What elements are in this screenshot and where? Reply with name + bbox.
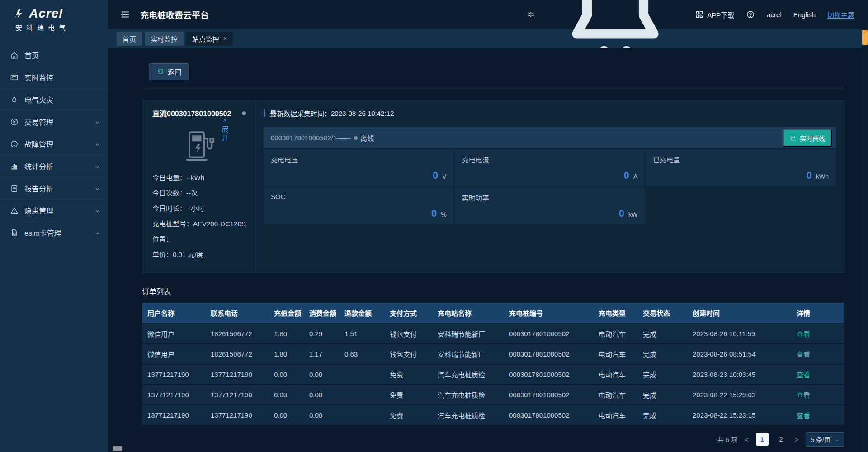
line-chart-icon	[790, 134, 797, 141]
table-row: 微信用户 18261506772 1.80 0.29 1.51 钱包支付 安科瑞…	[142, 324, 844, 344]
expand-panel-strip[interactable]: > 展开	[220, 117, 229, 143]
page-size-select[interactable]: 5 条/页	[806, 432, 844, 447]
sidebar-item-hazard-management[interactable]: 隐患管理	[0, 200, 108, 222]
monitor-area: 最新数据采集时间： 2023-08-26 10:42:12 0003017801…	[255, 100, 844, 272]
page-button-2[interactable]: 2	[775, 433, 788, 446]
collect-time-value: 2023-08-26 10:42:12	[331, 109, 394, 117]
content-area: 返回 直流0003017801000502	[108, 48, 868, 452]
metric-unit: V	[442, 173, 446, 180]
cell-created: 2023-08-22 15:23:15	[687, 405, 791, 425]
fault-icon	[10, 140, 19, 148]
stat-model: 充电桩型号：AEV200-DC120S	[152, 216, 246, 232]
language-switch[interactable]: English	[793, 11, 816, 19]
sidebar-item-electrical-fire[interactable]: 电气火灾	[0, 89, 108, 111]
sidebar-item-statistics-analysis[interactable]: 统计分析	[0, 155, 108, 177]
realtime-curve-button[interactable]: 实时曲线	[783, 129, 832, 147]
connector-name: 0003017801000502/1——	[271, 134, 350, 142]
open-tabs-bar: 首页 实时监控 站点监控 ×	[108, 29, 868, 48]
cell-status: 完成	[637, 364, 687, 385]
collect-time-label: 最新数据采集时间：	[270, 109, 331, 118]
tab-label: 站点监控	[192, 34, 219, 43]
username[interactable]: acrel	[767, 11, 782, 19]
cell-phone: 13771217190	[205, 364, 269, 385]
cell-station: 汽车充电桩质检	[432, 364, 504, 385]
metric-value: 0	[431, 208, 437, 219]
mute-icon[interactable]	[527, 10, 536, 19]
next-page-button[interactable]: >	[794, 436, 800, 443]
cell-consumption: 0.00	[304, 405, 339, 425]
chevron-down-icon	[835, 437, 840, 442]
device-title: 直流0003017801000502	[152, 108, 231, 119]
close-tab-icon[interactable]: ×	[223, 35, 227, 42]
statistics-icon	[10, 162, 19, 171]
cell-recharge: 1.80	[269, 324, 304, 344]
column-header-details: 详情	[791, 303, 844, 324]
cell-status: 完成	[637, 405, 687, 425]
vertical-scrollbar[interactable]	[862, 0, 868, 452]
back-toolbar: 返回	[142, 63, 844, 87]
column-header-phone: 联系电话	[205, 303, 269, 324]
electrical-fire-icon	[10, 95, 19, 104]
view-details-link[interactable]: 查看	[797, 371, 810, 379]
qr-grid-icon	[695, 10, 704, 19]
sidebar-item-label: 隐患管理	[24, 205, 53, 216]
cell-station: 汽车充电桩质检	[432, 385, 504, 405]
stat-today-count: 今日次数：--次	[152, 186, 246, 201]
metric-unit: A	[633, 173, 637, 180]
device-monitor-panel: 直流0003017801000502	[142, 100, 844, 273]
metric-realtime-power: 实时功率 0kW	[455, 187, 645, 224]
help-icon[interactable]	[746, 10, 755, 19]
tab-realtime-monitor[interactable]: 实时监控	[145, 32, 184, 46]
cell-type: 电动汽车	[593, 385, 637, 405]
cell-pile-no: 0003017801000502	[504, 364, 593, 385]
column-header-type: 充电类型	[593, 303, 637, 324]
app-download-button[interactable]: APP下载	[695, 10, 734, 19]
transaction-icon	[10, 118, 19, 126]
metric-label: 已充电量	[653, 155, 829, 164]
sidebar-item-report-analysis[interactable]: 报告分析	[0, 177, 108, 200]
stat-today-duration: 今日时长：--小时	[152, 201, 246, 216]
back-button[interactable]: 返回	[149, 63, 189, 80]
cell-created: 2023-08-26 08:51:54	[687, 344, 791, 364]
connector-status: 离线	[354, 133, 374, 143]
view-details-link[interactable]: 查看	[797, 412, 810, 419]
sidebar-item-fault-management[interactable]: 故障管理	[0, 133, 108, 155]
metric-label: 实时功率	[462, 193, 638, 202]
chevron-down-icon	[94, 186, 100, 191]
sidebar-item-home[interactable]: 首页	[0, 44, 108, 67]
sidebar-item-esim-card-management[interactable]: esim卡管理	[0, 222, 108, 244]
view-details-link[interactable]: 查看	[797, 391, 810, 399]
sidebar-item-label: 电气火灾	[24, 94, 53, 105]
metric-value: 0	[433, 170, 438, 181]
stat-location: 位置：	[152, 232, 246, 247]
metric-value: 0	[807, 170, 812, 181]
tab-station-monitor[interactable]: 站点监控 ×	[186, 32, 233, 46]
cell-type: 电动汽车	[593, 344, 637, 364]
stat-unit-price: 单价：0.01 元/度	[152, 247, 246, 262]
view-details-link[interactable]: 查看	[797, 330, 810, 338]
prev-page-button[interactable]: <	[744, 436, 750, 443]
sidebar-item-transaction-management[interactable]: 交易管理	[0, 111, 108, 133]
sidebar-item-realtime-monitor[interactable]: 实时监控	[0, 67, 108, 89]
sidebar-item-label: 实时监控	[24, 72, 53, 83]
sidebar-item-label: 交易管理	[24, 116, 53, 127]
back-arrow-icon	[156, 68, 164, 76]
logo-subtitle: 安科瑞电气	[14, 23, 108, 32]
tab-home[interactable]: 首页	[117, 32, 142, 46]
metric-cell-empty	[646, 187, 836, 224]
column-header-created: 创建时间	[687, 303, 791, 324]
menu-collapse-icon[interactable]	[120, 10, 130, 19]
metric-soc: SOC 0%	[264, 187, 454, 224]
page-button-1[interactable]: 1	[756, 433, 769, 446]
theme-switch-link[interactable]: 切换主题	[827, 10, 854, 19]
scrollbar-thumb[interactable]	[862, 30, 868, 45]
cell-consumption: 0.00	[304, 385, 339, 405]
top-header: 充电桩收费云平台 99+ APP下载	[108, 0, 868, 29]
cell-phone: 13771217190	[205, 405, 269, 425]
sidebar-item-label: 报告分析	[24, 183, 53, 194]
view-details-link[interactable]: 查看	[797, 351, 810, 358]
horizontal-scrollbar-thumb[interactable]	[113, 446, 122, 451]
cell-payment: 免费	[384, 405, 432, 425]
cell-created: 2023-08-26 10:11:59	[687, 324, 791, 344]
report-icon	[10, 184, 19, 193]
